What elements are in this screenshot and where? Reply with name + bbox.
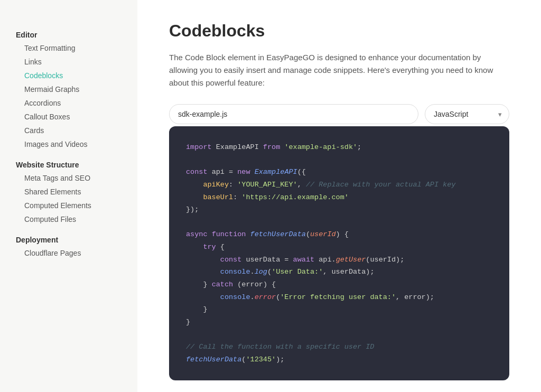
sidebar-item-images-and-videos[interactable]: Images and Videos xyxy=(16,137,137,151)
language-select-wrapper: JavaScript Python TypeScript HTML CSS JS… xyxy=(425,104,509,124)
sidebar-item-callout-boxes[interactable]: Callout Boxes xyxy=(16,110,137,124)
filename-input[interactable] xyxy=(169,104,418,124)
sidebar: Editor Text Formatting Links Codeblocks … xyxy=(0,0,137,392)
sidebar-item-text-formatting[interactable]: Text Formatting xyxy=(16,41,137,55)
sidebar-section-deployment: Deployment Cloudflare Pages xyxy=(16,231,137,260)
sidebar-item-accordions[interactable]: Accordions xyxy=(16,96,137,110)
code-content: import ExampleAPI from 'example-api-sdk'… xyxy=(186,141,492,366)
sidebar-section-label-editor: Editor xyxy=(16,26,137,41)
sidebar-section-editor: Editor Text Formatting Links Codeblocks … xyxy=(16,26,137,151)
sidebar-item-meta-tags-seo[interactable]: Meta Tags and SEO xyxy=(16,171,137,185)
sidebar-item-codeblocks[interactable]: Codeblocks xyxy=(16,69,137,82)
sidebar-section-label-website-structure: Website Structure xyxy=(16,156,137,171)
sidebar-item-cards[interactable]: Cards xyxy=(16,124,137,137)
sidebar-item-computed-files[interactable]: Computed Files xyxy=(16,212,137,226)
sidebar-item-links[interactable]: Links xyxy=(16,55,137,69)
sidebar-item-shared-elements[interactable]: Shared Elements xyxy=(16,185,137,199)
sidebar-item-cloudflare-pages[interactable]: Cloudflare Pages xyxy=(16,246,137,260)
code-header: JavaScript Python TypeScript HTML CSS JS… xyxy=(169,104,509,124)
page-description: The Code Block element in EasyPageGO is … xyxy=(169,51,509,89)
sidebar-item-computed-elements[interactable]: Computed Elements xyxy=(16,199,137,212)
page-title: Codeblocks xyxy=(169,21,509,41)
sidebar-item-mermaid-graphs[interactable]: Mermaid Graphs xyxy=(16,82,137,96)
sidebar-section-label-deployment: Deployment xyxy=(16,231,137,246)
sidebar-section-website-structure: Website Structure Meta Tags and SEO Shar… xyxy=(16,156,137,226)
code-block: import ExampleAPI from 'example-api-sdk'… xyxy=(169,126,509,380)
main-content: Codeblocks The Code Block element in Eas… xyxy=(137,0,541,392)
language-select[interactable]: JavaScript Python TypeScript HTML CSS JS… xyxy=(425,104,509,124)
